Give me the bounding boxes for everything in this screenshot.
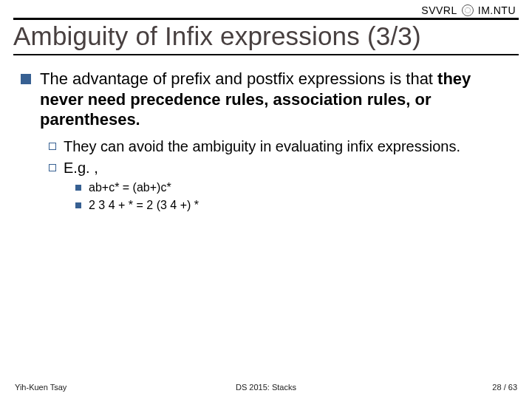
slide-body: The advantage of prefix and postfix expr… [13,55,519,214]
slide: SVVRL IM.NTU Ambiguity of Infix expressi… [0,0,532,399]
slide-footer: Yih-Kuen Tsay DS 2015: Stacks 28 / 63 [0,383,532,392]
header-rule-bottom [13,54,519,55]
bullet-level2: They can avoid the ambiguity in evaluati… [49,137,511,156]
bullet-level3-text: ab+c* = (ab+)c* [89,180,171,196]
hollow-square-bullet-icon [49,143,56,150]
header-rule-top [13,18,519,20]
bullet-level3-text: 2 3 4 + * = 2 (3 4 +) * [89,198,199,214]
brand-right: IM.NTU [478,4,516,16]
level2-group: They can avoid the ambiguity in evaluati… [21,137,511,177]
small-square-bullet-icon [75,202,81,208]
bullet-level3: 2 3 4 + * = 2 (3 4 +) * [75,198,511,214]
footer-course: DS 2015: Stacks [0,383,532,392]
brand-row: SVVRL IM.NTU [13,4,519,16]
logo-icon [462,4,474,16]
bullet-level2-text: They can avoid the ambiguity in evaluati… [64,137,460,156]
bullet-level1-text: The advantage of prefix and postfix expr… [40,69,511,130]
level3-group: ab+c* = (ab+)c* 2 3 4 + * = 2 (3 4 +) * [21,180,511,214]
bullet-level3: ab+c* = (ab+)c* [75,180,511,196]
slide-header: SVVRL IM.NTU Ambiguity of Infix expressi… [13,0,519,55]
slide-title: Ambiguity of Infix expressions (3/3) [13,21,519,51]
brand-left: SVVRL [421,4,457,16]
hollow-square-bullet-icon [49,164,56,171]
bullet-level2: E.g. , [49,159,511,177]
bullet-level1: The advantage of prefix and postfix expr… [21,69,511,130]
bullet-level2-text: E.g. , [64,159,98,177]
square-bullet-icon [21,74,31,84]
small-square-bullet-icon [75,185,81,191]
